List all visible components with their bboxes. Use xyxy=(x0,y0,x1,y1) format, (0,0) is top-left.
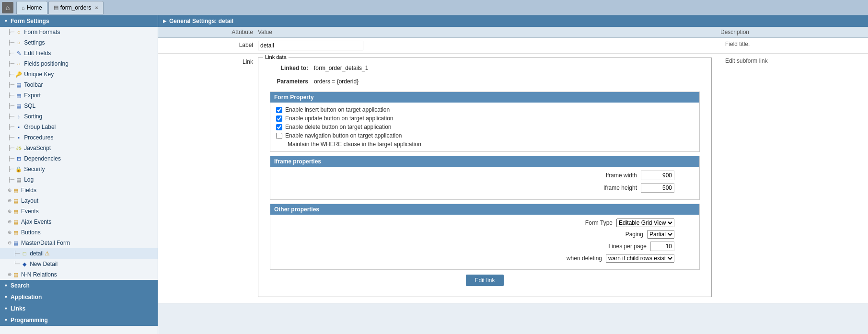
sidebar-item-security[interactable]: ├─ 🔒 Security xyxy=(0,164,158,174)
checkbox-row-4: Enable navigation button on target appli… xyxy=(276,132,694,139)
checkbox-row-1: Enable insert button on target applicati… xyxy=(276,106,694,113)
label-input[interactable] xyxy=(258,41,363,50)
export-icon: ▤ xyxy=(15,91,22,100)
sidebar-label-ajax-events: Ajax Events xyxy=(21,218,51,226)
sidebar-item-sorting[interactable]: ├─ ↕ Sorting xyxy=(0,111,158,122)
form-property-title: Form Property xyxy=(270,92,699,103)
sidebar-item-events[interactable]: ⊕ ▤ Events xyxy=(0,206,158,217)
sidebar-item-ajax-events[interactable]: ⊕ ▤ Ajax Events xyxy=(0,217,158,227)
linked-to-value: form_order_details_1 xyxy=(314,65,368,71)
sidebar-label-sorting: Sorting xyxy=(24,112,42,121)
col-attribute: Attribute xyxy=(162,29,258,35)
new-detail-icon: ◆ xyxy=(21,260,28,268)
parameters-row: Parameters orders = {orderid} xyxy=(266,78,704,85)
application-section[interactable]: Application xyxy=(0,291,158,303)
sidebar-item-master-detail[interactable]: ⊖ ▤ Master/Detail Form xyxy=(0,238,158,248)
form-type-select[interactable]: Editable Grid View xyxy=(616,219,674,227)
tree-connector: ⊕ xyxy=(8,218,12,226)
events-icon: ▤ xyxy=(12,207,19,216)
sidebar-label-toolbar: Toolbar xyxy=(24,81,43,89)
tree-connector: ⊕ xyxy=(8,228,12,237)
sidebar-item-javascript[interactable]: ├─ JS JavaScript xyxy=(0,143,158,153)
iframe-width-input[interactable] xyxy=(641,171,674,180)
sidebar-label-form-formats: Form Formats xyxy=(24,28,60,36)
sidebar-label-master-detail: Master/Detail Form xyxy=(21,239,70,247)
sidebar-item-fields[interactable]: ⊕ ▤ Fields xyxy=(0,185,158,196)
sidebar-item-fields-positioning[interactable]: ├─ ↔ Fields positioning xyxy=(0,58,158,69)
paging-select[interactable]: Partial xyxy=(647,230,674,239)
tree-connector: ├─ xyxy=(8,49,14,58)
sidebar-item-procedures[interactable]: ├─ ▪ Procedures xyxy=(0,132,158,143)
sidebar-item-log[interactable]: ├─ ▤ Log xyxy=(0,174,158,185)
link-field-desc: Edit subform link xyxy=(720,58,864,64)
sidebar-item-nn-relations[interactable]: ⊕ ▤ N-N Relations xyxy=(0,269,158,280)
tab-close-button[interactable]: × xyxy=(95,5,98,11)
tree-connector: ├─ xyxy=(8,81,14,89)
sidebar-item-settings[interactable]: ├─ ○ Settings xyxy=(0,37,158,48)
checkbox-insert-label: Enable insert button on target applicati… xyxy=(285,106,390,113)
sidebar-item-toolbar[interactable]: ├─ ▤ Toolbar xyxy=(0,80,158,90)
sidebar-label-edit-fields: Edit Fields xyxy=(24,49,51,58)
sidebar-item-group-label[interactable]: ├─ ▪ Group Label xyxy=(0,122,158,132)
iframe-height-input[interactable] xyxy=(641,183,674,193)
search-section[interactable]: Search xyxy=(0,280,158,291)
home-tab[interactable]: ⌂ Home xyxy=(16,1,47,14)
sidebar-label-fields: Fields xyxy=(21,186,36,195)
iframe-width-label: Iframe width xyxy=(583,172,641,179)
lines-per-page-input[interactable] xyxy=(650,242,674,251)
edit-link-button[interactable]: Edit link xyxy=(466,275,503,286)
search-label: Search xyxy=(11,282,30,289)
sidebar-item-new-detail[interactable]: └─ ◆ New Detail xyxy=(0,259,158,269)
when-deleting-select[interactable]: warn if child rows exist xyxy=(606,254,674,263)
sidebar-item-form-formats[interactable]: ├─ ○ Form Formats xyxy=(0,27,158,37)
form-settings-section[interactable]: Form Settings xyxy=(0,15,158,27)
log-icon: ▤ xyxy=(15,175,22,184)
sidebar-label-export: Export xyxy=(24,91,41,100)
sidebar-item-detail[interactable]: ├─ □ detail ⚠ xyxy=(0,248,158,259)
tree-connector: ├─ xyxy=(8,59,14,68)
sidebar-label-settings: Settings xyxy=(24,38,45,47)
tree-connector: ⊕ xyxy=(8,196,12,205)
layout-icon: ▤ xyxy=(12,196,19,205)
form-orders-tab[interactable]: ▤ form_orders × xyxy=(48,1,104,14)
links-section[interactable]: Links xyxy=(0,303,158,314)
buttons-icon: ▤ xyxy=(12,228,19,237)
content-header-label: General Settings: detail xyxy=(169,18,233,24)
lines-per-page-row: Lines per page xyxy=(276,242,694,251)
checkbox-row-3: Enable delete button on target applicati… xyxy=(276,124,694,130)
tree-connector: ├─ xyxy=(8,175,14,184)
tree-connector: ⊕ xyxy=(8,207,12,216)
programming-section[interactable]: Programming xyxy=(0,314,158,326)
iframe-properties-section: Iframe properties Iframe width Iframe he… xyxy=(270,156,700,200)
when-deleting-label: when deleting xyxy=(548,255,606,262)
sidebar-label-log: Log xyxy=(24,175,34,184)
sort-icon: ↕ xyxy=(15,112,22,121)
checkbox-update[interactable] xyxy=(276,115,282,122)
checkbox-delete[interactable] xyxy=(276,124,282,130)
sidebar-item-edit-fields[interactable]: ├─ ✎ Edit Fields xyxy=(0,48,158,58)
sidebar-item-export[interactable]: ├─ ▤ Export xyxy=(0,90,158,101)
sidebar-item-sql[interactable]: ├─ ▤ SQL xyxy=(0,101,158,111)
detail-badge: ⚠ xyxy=(45,249,50,258)
sidebar-label-procedures: Procedures xyxy=(24,133,53,142)
sidebar-item-unique-key[interactable]: ├─ 🔑 Unique Key xyxy=(0,69,158,80)
tree-connector: ├─ xyxy=(8,38,14,47)
sidebar-label-javascript: JavaScript xyxy=(24,144,51,152)
iframe-width-row: Iframe width xyxy=(276,171,694,180)
tree-connector: ├─ xyxy=(8,154,14,163)
checkbox-update-label: Enable update button on target applicati… xyxy=(285,115,393,122)
app-icon: ⌂ xyxy=(2,2,13,13)
link-field-label: Link xyxy=(162,58,258,65)
tree-connector: ├─ xyxy=(8,123,14,131)
detail-icon: □ xyxy=(21,249,28,258)
table-icon: ▤ xyxy=(54,4,58,11)
label-row: Label Field title. xyxy=(158,38,868,54)
sidebar-item-dependencies[interactable]: ├─ ⊞ Dependencies xyxy=(0,153,158,164)
tree-connector: ├─ xyxy=(8,165,14,173)
checkbox-navigation[interactable] xyxy=(276,133,282,139)
iframe-properties-content: Iframe width Iframe height xyxy=(270,167,699,199)
sidebar-item-buttons[interactable]: ⊕ ▤ Buttons xyxy=(0,227,158,238)
sidebar-label-layout: Layout xyxy=(21,196,38,205)
sidebar-item-layout[interactable]: ⊕ ▤ Layout xyxy=(0,196,158,206)
checkbox-insert[interactable] xyxy=(276,107,282,113)
